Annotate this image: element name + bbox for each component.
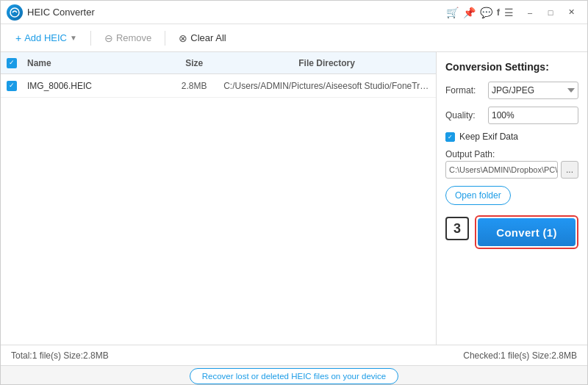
row-checkbox[interactable]: [7, 81, 17, 91]
column-size: Size: [165, 58, 223, 68]
minimize-button[interactable]: –: [520, 4, 540, 21]
clear-all-label: Clear All: [190, 32, 226, 43]
plus-icon: +: [15, 32, 21, 44]
close-button[interactable]: ✕: [561, 4, 581, 21]
open-folder-label: Open folder: [455, 190, 501, 201]
quality-input[interactable]: [489, 110, 578, 120]
output-path-display: C:\Users\ADMIN\Dropbox\PC\: [445, 161, 558, 179]
file-directory: C:/Users/ADMIN/Pictures/Aiseesoft Studio…: [223, 81, 430, 91]
clear-all-button[interactable]: ⊗ Clear All: [171, 28, 233, 48]
add-label: Add HEIC: [24, 32, 67, 43]
output-path-label: Output Path:: [445, 149, 578, 159]
exif-checkbox[interactable]: [445, 132, 455, 142]
clear-icon: ⊗: [179, 32, 187, 44]
convert-area: 3 Convert (1): [445, 215, 578, 249]
file-name: IMG_8006.HEIC: [24, 81, 165, 91]
step-badge: 3: [445, 217, 469, 240]
remove-label: Remove: [116, 32, 151, 43]
open-folder-button[interactable]: Open folder: [445, 186, 511, 205]
title-bar: HEIC Converter 🛒 📌 💬 f ☰ – □ ✕: [1, 1, 587, 24]
chat-icon[interactable]: 💬: [480, 7, 492, 18]
convert-button-wrap: Convert (1): [475, 215, 578, 249]
menu-icon[interactable]: ☰: [504, 7, 514, 18]
convert-button[interactable]: Convert (1): [478, 218, 576, 246]
file-panel: Name Size File Directory IMG_8006.HEIC 2…: [1, 52, 437, 345]
convert-label: Convert (1): [496, 226, 556, 239]
column-directory: File Directory: [223, 58, 430, 68]
output-path-row: C:\Users\ADMIN\Dropbox\PC\ ...: [445, 161, 578, 179]
bookmark-icon[interactable]: 📌: [463, 7, 476, 18]
output-section: Output Path: C:\Users\ADMIN\Dropbox\PC\ …: [445, 149, 578, 179]
app-title: HEIC Converter: [27, 7, 446, 18]
column-name: Name: [24, 58, 165, 68]
recover-label: Recover lost or deleted HEIC files on yo…: [202, 372, 387, 381]
window-controls: – □ ✕: [520, 4, 581, 21]
minus-icon: ⊖: [104, 32, 113, 44]
app-logo: [7, 4, 23, 21]
browse-button[interactable]: ...: [561, 161, 578, 179]
select-all-checkbox[interactable]: [7, 58, 17, 68]
format-row: Format: JPG/JPEG PNG BMP GIF: [445, 82, 578, 99]
toolbar-separator-1: [90, 31, 91, 46]
exif-row: Keep Exif Data: [445, 132, 578, 142]
toolbar: + Add HEIC ▼ ⊖ Remove ⊗ Clear All: [1, 24, 587, 52]
maximize-button[interactable]: □: [540, 4, 561, 21]
row-check[interactable]: [7, 81, 24, 91]
settings-panel: Conversion Settings: Format: JPG/JPEG PN…: [437, 52, 587, 345]
status-right: Checked:1 file(s) Size:2.8MB: [463, 350, 577, 361]
table-row: IMG_8006.HEIC 2.8MB C:/Users/ADMIN/Pictu…: [1, 74, 436, 98]
exif-label: Keep Exif Data: [459, 132, 518, 142]
add-heic-button[interactable]: + Add HEIC ▼: [8, 28, 85, 48]
format-select[interactable]: JPG/JPEG PNG BMP GIF: [488, 82, 578, 99]
status-left: Total:1 file(s) Size:2.8MB: [11, 350, 463, 361]
format-label: Format:: [445, 85, 484, 96]
table-header: Name Size File Directory: [1, 52, 436, 74]
remove-button[interactable]: ⊖ Remove: [97, 28, 159, 48]
quality-input-wrap: ▲ ▼: [488, 107, 578, 124]
dropdown-arrow-icon[interactable]: ▼: [70, 34, 77, 42]
toolbar-separator-2: [165, 31, 165, 46]
cart-icon[interactable]: 🛒: [446, 7, 459, 18]
main-content: Name Size File Directory IMG_8006.HEIC 2…: [1, 52, 587, 345]
file-size: 2.8MB: [165, 81, 223, 91]
status-bar: Total:1 file(s) Size:2.8MB Checked:1 fil…: [1, 345, 587, 365]
quality-label: Quality:: [445, 110, 484, 120]
recover-bar: Recover lost or deleted HEIC files on yo…: [1, 365, 587, 385]
header-check: [7, 58, 24, 68]
recover-button[interactable]: Recover lost or deleted HEIC files on yo…: [190, 368, 399, 384]
settings-title: Conversion Settings:: [445, 61, 578, 73]
facebook-icon[interactable]: f: [497, 7, 500, 18]
svg-point-0: [10, 8, 19, 17]
quality-row: Quality: ▲ ▼: [445, 107, 578, 124]
